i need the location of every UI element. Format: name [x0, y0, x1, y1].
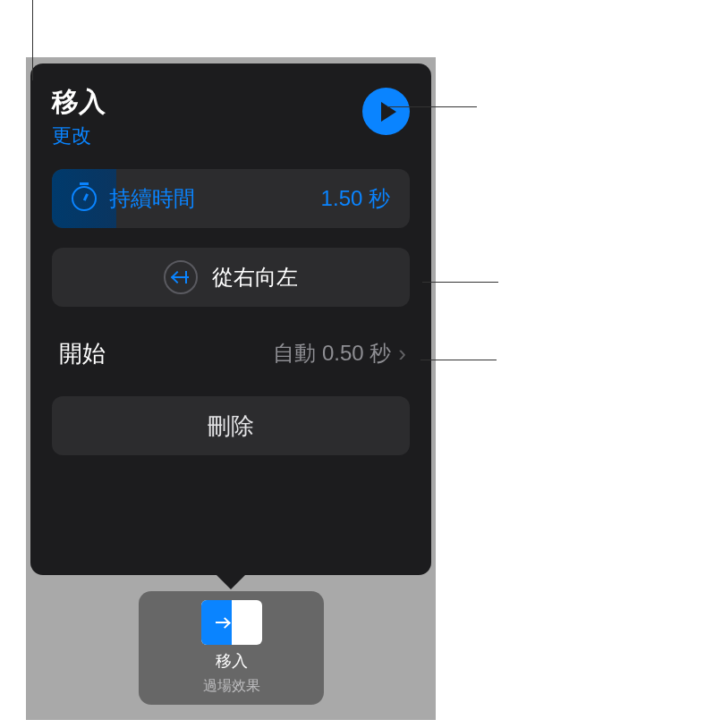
move-in-icon — [201, 600, 232, 645]
duration-value: 1.50 秒 — [321, 184, 390, 213]
arrow-right-icon — [216, 622, 228, 624]
start-transition-row[interactable]: 開始 自動 0.50 秒 › — [52, 330, 410, 377]
duration-label: 持續時間 — [109, 184, 195, 213]
start-label: 開始 — [59, 338, 106, 369]
change-effect-link[interactable]: 更改 — [52, 123, 106, 149]
delete-label: 刪除 — [208, 411, 254, 442]
callout-line — [420, 360, 497, 360]
preview-play-button[interactable] — [362, 88, 410, 135]
start-value-group: 自動 0.50 秒 › — [273, 339, 406, 368]
popover-arrow — [213, 571, 249, 589]
start-value: 自動 0.50 秒 — [273, 339, 391, 368]
timer-icon — [72, 186, 97, 211]
chip-title: 移入 — [216, 650, 248, 672]
transition-chip[interactable]: 移入 過場效果 — [139, 591, 324, 705]
callout-line — [387, 106, 477, 107]
direction-arrow-icon — [164, 260, 198, 294]
callout-line — [32, 0, 33, 80]
direction-label: 從右向左 — [212, 263, 298, 292]
callout-line — [422, 282, 498, 283]
popover-header: 移入 更改 — [30, 63, 431, 149]
delete-button[interactable]: 刪除 — [52, 396, 410, 455]
duration-left: 持續時間 — [72, 184, 195, 213]
chevron-right-icon: › — [398, 340, 406, 368]
transition-thumbnail — [201, 600, 262, 645]
transition-settings-popover: 移入 更改 持續時間 1.50 秒 從右向左 開始 自動 0.50 秒 › 刪除 — [30, 63, 431, 575]
chip-subtitle: 過場效果 — [203, 677, 260, 696]
title-block: 移入 更改 — [52, 84, 106, 149]
popover-title: 移入 — [52, 84, 106, 121]
direction-button[interactable]: 從右向左 — [52, 248, 410, 307]
play-icon — [381, 102, 396, 122]
duration-slider[interactable]: 持續時間 1.50 秒 — [52, 169, 410, 228]
